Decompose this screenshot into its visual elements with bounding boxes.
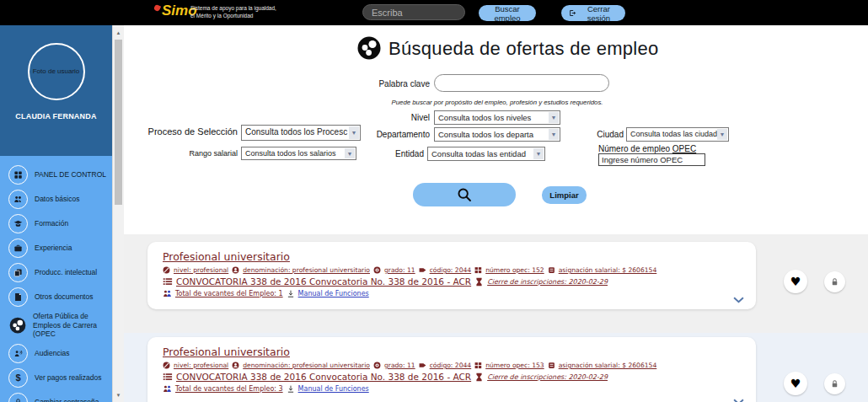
sidebar-item-experiencia[interactable]: Experiencia [0,236,112,260]
speaker-person-icon [8,344,28,363]
job-asignacion-salarial: asignación salarial: $ 2606154 [559,266,657,274]
sidebar-item-audiencias[interactable]: Audiencias [0,341,112,366]
sidebar-item-datos-basicos[interactable]: Datos básicos [0,187,112,212]
job-card[interactable]: Profesional universitario nivel: profesi… [147,337,756,402]
job-grado: grado: 11 [384,362,415,369]
job-codigo: código: 2044 [430,362,472,369]
sidebar-item-ver-pagos[interactable]: $ Ver pagos realizados [0,366,112,390]
rango-salarial-label: Rango salarial [135,149,238,158]
sidebar-item-label: Audiencias [35,349,72,358]
grado-target-icon [373,362,381,369]
salario-icon [548,266,555,274]
chevron-down-icon: ▼ [717,129,727,140]
simo-tagline: Sistema de apoyo para la igualdad, el Mé… [190,5,276,20]
page-title: Búsqueda de ofertas de empleo [388,38,659,60]
avatar[interactable]: Foto de usuario [28,43,85,100]
sidebar-item-cambiar-contrasena[interactable]: Cambiar contraseña [0,390,112,402]
sidebar-item-otros-documentos[interactable]: Otros documentos [0,285,112,309]
list-icon [163,276,173,287]
expand-chevron-icon[interactable] [733,399,744,402]
numero-opec-grid-icon [474,362,482,369]
job-denominacion: denominación: profesional universitario [243,266,370,274]
sidebar-item-formacion[interactable]: Formación [0,212,112,236]
buscar-empleo-button[interactable]: Buscar empleo [479,5,536,21]
cerrar-sesion-button[interactable]: Cerrar sesión [561,5,625,21]
chevron-down-icon: ▼ [533,148,544,159]
limpiar-button[interactable]: Limpiar [542,186,587,204]
numero-opec-input[interactable] [598,153,705,166]
numero-opec-label: Número de empleo OPEC [598,144,696,153]
sidebar-item-panel-de-control[interactable]: PANEL DE CONTROL [0,163,112,187]
job-grado: grado: 11 [384,266,415,274]
scrollbar-down-arrow-icon[interactable]: ▼ [113,389,124,401]
departamento-select[interactable]: Consulta todos los departa▼ [434,127,560,142]
sidebar-item-oferta-publica-opec[interactable]: Oferta Pública de Empleos de Carrera (OP… [0,309,112,341]
sidebar-scrollbar[interactable]: ▲ ▼ [112,25,124,402]
dashboard-grid-icon [8,165,28,185]
ciudad-select[interactable]: Consulta todas las ciudade▼ [626,127,729,142]
topbar-search-input[interactable] [362,4,465,20]
lock-icon [830,277,839,287]
scrollbar-up-arrow-icon[interactable]: ▲ [113,26,124,39]
job-numero-opec: número opec: 153 [485,362,544,369]
job-total-vacantes: Total de vacantes del Empleo: 3 [175,385,283,393]
vacantes-people-icon [163,384,172,394]
job-total-vacantes: Total de vacantes del Empleo: 1 [175,290,283,297]
proceso-seleccion-label: Proceso de Selección [126,126,238,137]
chevron-down-icon: ▼ [549,129,559,140]
codigo-tag-icon [419,266,426,274]
palabra-clave-input[interactable] [434,74,609,92]
lock-job-button[interactable] [824,373,845,394]
sidebar-item-label: Ver pagos realizados [35,373,103,383]
job-convocatoria: CONVOCATORIA 338 de 2016 Convocatoria No… [176,276,471,287]
sidebar-profile: Foto de usuario CLAUDIA FERNANDA [0,25,112,156]
rango-salarial-select[interactable]: Consulta todos los salarios▼ [241,147,356,160]
job-convocatoria: CONVOCATORIA 338 de 2016 Convocatoria No… [176,372,471,382]
job-title-link[interactable]: Profesional universitario [163,250,290,263]
list-icon [163,372,173,382]
favorite-heart-button[interactable]: ♥ [784,270,807,293]
search-icon [457,187,472,202]
graduation-icon [8,214,28,233]
entidad-select[interactable]: Consulta todas las entidad▼ [427,147,545,161]
vacantes-people-icon [163,289,172,298]
job-attributes-line: nivel: profesional denominación: profesi… [163,362,741,369]
manual-funciones-link[interactable]: Manual de Funciones [298,385,369,393]
scrollbar-thumb[interactable] [115,40,122,205]
padlock-icon [8,393,28,402]
heart-icon: ♥ [790,378,801,389]
search-helper-text: Puede buscar por propósito del empleo, p… [362,99,632,106]
sidebar-item-label: Formación [35,219,70,228]
dollar-icon: $ [8,368,28,388]
grado-target-icon [373,266,381,274]
simo-logo-mark-icon [153,3,161,11]
sidebar-item-label: Datos básicos [35,195,81,204]
favorite-heart-button[interactable]: ♥ [784,372,807,395]
simo-app-window: Simo Sistema de apoyo para la igualdad, … [0,0,868,402]
expand-chevron-icon[interactable] [733,297,744,303]
sidebar-item-producc-intelectual[interactable]: Producc. intelectual [0,260,112,285]
job-numero-opec: número opec: 152 [485,266,544,274]
ciudad-label: Ciudad [594,130,624,139]
lock-job-button[interactable] [824,271,845,292]
user-name: CLAUDIA FERNANDA [0,112,112,121]
sidebar-menu: PANEL DE CONTROL Datos básicos Formación… [0,156,112,402]
job-title-link[interactable]: Profesional universitario [163,346,290,358]
job-codigo: código: 2044 [430,266,472,274]
job-attributes-line: nivel: profesional denominación: profesi… [163,266,741,274]
logout-icon [569,8,576,18]
manual-funciones-link[interactable]: Manual de Funciones [298,290,369,297]
job-footer-line: Total de vacantes del Empleo: 3 Manual d… [163,384,741,394]
sidebar-item-label: Cambiar contraseña [35,398,101,402]
job-cierre-inscripciones: Cierre de inscripciones: 2020-02-29 [487,373,608,381]
salario-icon [548,362,555,369]
sidebar-item-label: Otros documentos [35,292,94,302]
download-icon [287,385,295,394]
nivel-icon [163,266,170,274]
sidebar-item-label: Oferta Pública de Empleos de Carrera (OP… [33,312,112,339]
search-button[interactable] [413,183,516,206]
nivel-select[interactable]: Consulta todos los niveles▼ [434,110,560,125]
sidebar-item-label: PANEL DE CONTROL [35,170,108,180]
heart-icon: ♥ [790,276,801,287]
job-card[interactable]: Profesional universitario nivel: profesi… [147,242,756,309]
